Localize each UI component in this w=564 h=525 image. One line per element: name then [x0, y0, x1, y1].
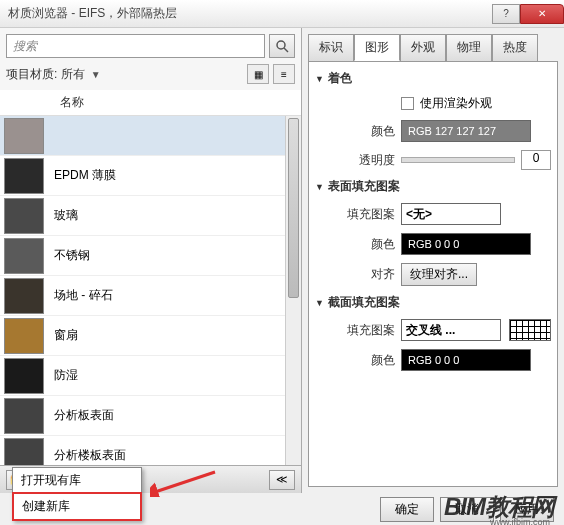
search-button[interactable] — [269, 34, 295, 58]
cut-pattern-preview — [509, 319, 551, 341]
list-item[interactable]: 防湿 — [0, 356, 301, 396]
list-item[interactable]: 分析楼板表面 — [0, 436, 301, 465]
tab-thermal[interactable]: 热度 — [492, 34, 538, 61]
material-thumbnail — [4, 278, 44, 314]
section-surface[interactable]: ▼表面填充图案 — [313, 174, 553, 199]
window-titlebar: 材质浏览器 - EIFS，外部隔热层 ? ✕ — [0, 0, 564, 28]
material-name: 分析楼板表面 — [54, 447, 126, 464]
svg-point-0 — [277, 41, 285, 49]
material-thumbnail — [4, 198, 44, 234]
material-thumbnail — [4, 438, 44, 466]
cut-color-swatch[interactable]: RGB 0 0 0 — [401, 349, 531, 371]
surface-pattern-value[interactable]: <无> — [401, 203, 501, 225]
material-list: EPDM 薄膜玻璃不锈钢场地 - 碎石窗扇防湿分析板表面分析楼板表面 — [0, 116, 301, 465]
material-thumbnail — [4, 398, 44, 434]
cut-pattern-label: 填充图案 — [315, 322, 395, 339]
tab-physical[interactable]: 物理 — [446, 34, 492, 61]
scrollbar[interactable] — [285, 116, 301, 465]
cancel-button[interactable]: 取消 — [440, 497, 494, 522]
view-list-icon[interactable]: ≡ — [273, 64, 295, 84]
tab-appearance[interactable]: 外观 — [400, 34, 446, 61]
cut-color-label: 颜色 — [315, 352, 395, 369]
close-button[interactable]: ✕ — [520, 4, 564, 24]
list-item[interactable]: EPDM 薄膜 — [0, 156, 301, 196]
material-name: 分析板表面 — [54, 407, 114, 424]
material-thumbnail — [4, 238, 44, 274]
material-name: 不锈钢 — [54, 247, 90, 264]
transparency-input[interactable]: 0 — [521, 150, 551, 170]
list-header-name[interactable]: 名称 — [0, 90, 301, 116]
right-panel: 标识 图形 外观 物理 热度 ▼着色 使用渲染外观 颜色RGB 127 127 … — [302, 28, 564, 493]
properties-panel: ▼着色 使用渲染外观 颜色RGB 127 127 127 透明度0 ▼表面填充图… — [308, 61, 558, 487]
cut-pattern-value[interactable]: 交叉线 ... — [401, 319, 501, 341]
section-shading[interactable]: ▼着色 — [313, 66, 553, 91]
expand-button[interactable]: ≪ — [269, 470, 295, 490]
material-name: 场地 - 碎石 — [54, 287, 113, 304]
surface-align-label: 对齐 — [315, 266, 395, 283]
list-item[interactable]: 玻璃 — [0, 196, 301, 236]
search-input[interactable]: 搜索 — [6, 34, 265, 58]
library-popup-menu: 打开现有库 创建新库 — [12, 467, 142, 521]
tabs: 标识 图形 外观 物理 热度 — [302, 28, 564, 61]
material-thumbnail — [4, 318, 44, 354]
help-button[interactable]: ? — [492, 4, 520, 24]
texture-align-button[interactable]: 纹理对齐... — [401, 263, 477, 286]
list-item[interactable]: 场地 - 碎石 — [0, 276, 301, 316]
transparency-slider[interactable] — [401, 157, 515, 163]
material-thumbnail — [4, 158, 44, 194]
list-item[interactable] — [0, 116, 301, 156]
material-name: 玻璃 — [54, 207, 78, 224]
ok-button[interactable]: 确定 — [380, 497, 434, 522]
material-name: 防湿 — [54, 367, 78, 384]
create-new-library[interactable]: 创建新库 — [12, 492, 142, 521]
window-title: 材质浏览器 - EIFS，外部隔热层 — [8, 5, 177, 22]
transparency-label: 透明度 — [315, 152, 395, 169]
section-cut[interactable]: ▼截面填充图案 — [313, 290, 553, 315]
left-panel: 搜索 项目材质: 所有 ▼ ▦ ≡ 名称 EPDM 薄膜玻璃不锈钢场地 - 碎石… — [0, 28, 302, 493]
surface-color-label: 颜色 — [315, 236, 395, 253]
use-render-checkbox[interactable] — [401, 97, 414, 110]
shading-color-swatch[interactable]: RGB 127 127 127 — [401, 120, 531, 142]
open-existing-library[interactable]: 打开现有库 — [13, 468, 141, 493]
filter-label[interactable]: 项目材质: 所有 — [6, 66, 85, 83]
shading-color-label: 颜色 — [315, 123, 395, 140]
surface-pattern-label: 填充图案 — [315, 206, 395, 223]
surface-color-swatch[interactable]: RGB 0 0 0 — [401, 233, 531, 255]
tab-graphics[interactable]: 图形 — [354, 34, 400, 61]
material-name: 窗扇 — [54, 327, 78, 344]
material-thumbnail — [4, 118, 44, 154]
view-grid-icon[interactable]: ▦ — [247, 64, 269, 84]
material-thumbnail — [4, 358, 44, 394]
tab-identity[interactable]: 标识 — [308, 34, 354, 61]
scrollbar-thumb[interactable] — [288, 118, 299, 298]
material-name: EPDM 薄膜 — [54, 167, 116, 184]
list-item[interactable]: 分析板表面 — [0, 396, 301, 436]
list-item[interactable]: 不锈钢 — [0, 236, 301, 276]
svg-line-1 — [284, 48, 288, 52]
apply-button[interactable]: 应用 — [500, 497, 554, 522]
list-item[interactable]: 窗扇 — [0, 316, 301, 356]
use-render-label: 使用渲染外观 — [420, 95, 492, 112]
filter-dropdown-icon[interactable]: ▼ — [91, 69, 101, 80]
